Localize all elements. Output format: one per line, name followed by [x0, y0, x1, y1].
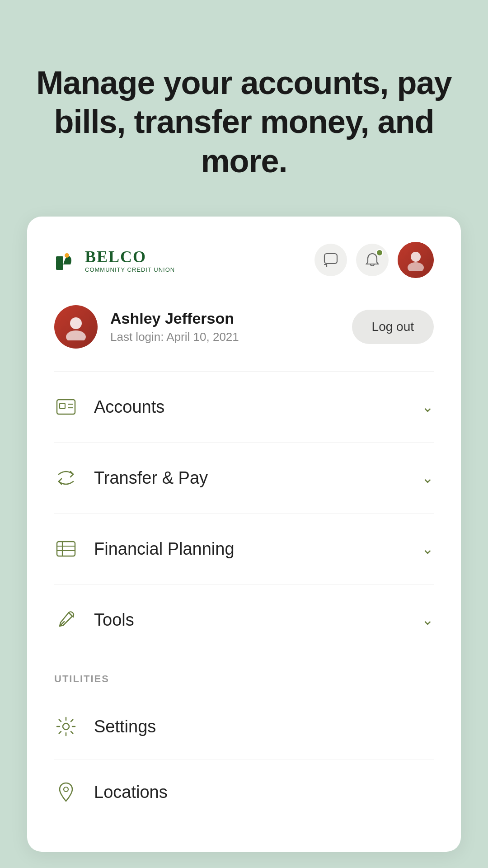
hero-title: Manage your accounts, pay bills, transfe…: [27, 63, 461, 180]
notification-button[interactable]: [356, 244, 389, 276]
planning-icon: [54, 537, 78, 561]
user-last-login: Last login: April 10, 2021: [110, 330, 239, 344]
transfer-pay-label: Transfer & Pay: [94, 468, 208, 488]
svg-rect-1: [56, 256, 63, 261]
logo-subtitle: Community Credit Union: [85, 266, 175, 273]
menu-item-left-tools: Tools: [54, 608, 134, 632]
logo-text-block: Belco Community Credit Union: [85, 247, 175, 273]
accounts-chevron: ⌄: [422, 398, 434, 415]
menu-item-transfer-pay[interactable]: Transfer & Pay ⌄: [54, 443, 434, 514]
belco-logo-icon: [54, 247, 80, 273]
logo-name: Belco: [85, 247, 175, 266]
settings-icon: [54, 715, 78, 738]
tools-icon: [54, 608, 78, 632]
locations-label: Locations: [94, 783, 168, 802]
svg-point-4: [411, 252, 421, 262]
utility-item-locations[interactable]: Locations: [54, 760, 434, 825]
tools-chevron: ⌄: [422, 611, 434, 628]
accounts-icon: [54, 395, 78, 419]
user-text-block: Ashley Jefferson Last login: April 10, 2…: [110, 310, 239, 344]
svg-rect-9: [60, 403, 65, 409]
svg-point-2: [65, 253, 69, 258]
svg-point-7: [66, 330, 86, 340]
menu-item-accounts[interactable]: Accounts ⌄: [54, 372, 434, 443]
tools-label: Tools: [94, 610, 134, 630]
main-card: Belco Community Credit Union: [27, 217, 461, 852]
svg-point-17: [64, 787, 68, 792]
accounts-label: Accounts: [94, 397, 164, 417]
user-info-left: Ashley Jefferson Last login: April 10, 2…: [54, 305, 239, 349]
user-avatar-button[interactable]: [398, 242, 434, 278]
avatar-silhouette-main: [62, 313, 89, 340]
avatar-silhouette: [404, 249, 427, 271]
transfer-icon: [54, 466, 78, 490]
hero-section: Manage your accounts, pay bills, transfe…: [0, 0, 488, 217]
menu-item-tools[interactable]: Tools ⌄: [54, 585, 434, 655]
utilities-label: UTILITIES: [54, 673, 434, 685]
logout-button[interactable]: Log out: [352, 310, 434, 344]
svg-point-16: [63, 723, 69, 730]
chat-button[interactable]: [314, 244, 347, 276]
svg-point-5: [408, 262, 424, 271]
user-avatar-header: [398, 242, 434, 278]
card-header: Belco Community Credit Union: [27, 217, 461, 296]
financial-planning-label: Financial Planning: [94, 539, 235, 559]
locations-icon: [54, 780, 78, 804]
settings-label: Settings: [94, 717, 156, 736]
user-name: Ashley Jefferson: [110, 310, 239, 327]
transfer-chevron: ⌄: [422, 469, 434, 486]
svg-point-6: [70, 317, 82, 329]
menu-section: Accounts ⌄ Transfer & Pay ⌄: [27, 372, 461, 655]
menu-item-financial-planning[interactable]: Financial Planning ⌄: [54, 514, 434, 585]
menu-item-left-transfer: Transfer & Pay: [54, 466, 208, 490]
svg-rect-0: [56, 260, 63, 270]
planning-chevron: ⌄: [422, 540, 434, 557]
utility-item-settings[interactable]: Settings: [54, 694, 434, 760]
user-avatar: [54, 305, 98, 349]
header-actions: [314, 242, 434, 278]
user-info-section: Ashley Jefferson Last login: April 10, 2…: [27, 296, 461, 371]
svg-rect-3: [324, 254, 337, 264]
chat-icon: [323, 252, 338, 268]
svg-rect-12: [57, 542, 75, 556]
logo-container: Belco Community Credit Union: [54, 247, 175, 273]
menu-item-left-accounts: Accounts: [54, 395, 164, 419]
notification-dot: [376, 249, 383, 256]
utilities-section: UTILITIES Settings Locations: [27, 655, 461, 825]
menu-item-left-planning: Financial Planning: [54, 537, 235, 561]
